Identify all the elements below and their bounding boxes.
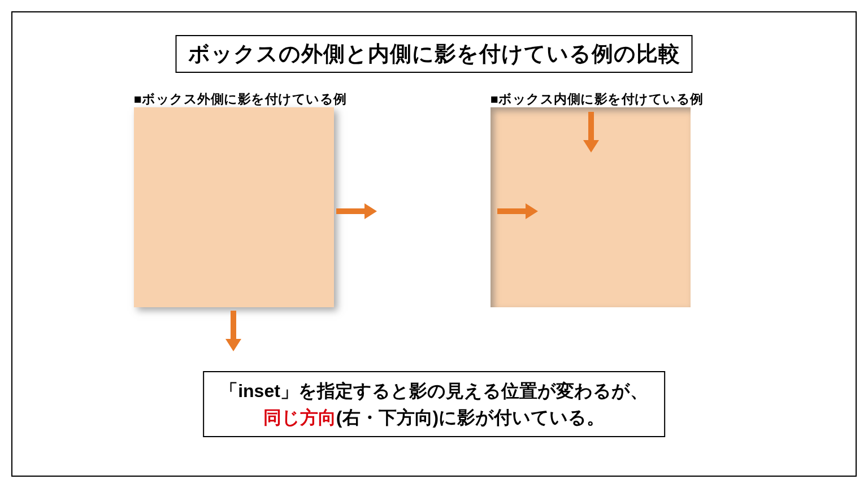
svg-marker-3 (225, 339, 241, 351)
footer-note: 「inset」を指定すると影の見える位置が変わるが、 同じ方向(右・下方向)に影… (203, 371, 665, 437)
arrow-right-icon (336, 202, 377, 223)
arrow-down-icon (224, 311, 242, 354)
arrow-down-icon (582, 112, 600, 155)
footer-line1: 「inset」を指定すると影の見える位置が変わるが、 (220, 381, 648, 401)
svg-marker-7 (526, 203, 538, 219)
svg-marker-5 (583, 140, 599, 152)
page-title: ボックスの外側と内側に影を付けている例の比較 (176, 35, 693, 73)
svg-marker-1 (364, 203, 377, 219)
inner-example-caption: ■ボックス内側に影を付けている例 (491, 90, 704, 108)
arrow-right-icon (497, 202, 538, 223)
footer-emphasis: 同じ方向 (263, 407, 336, 428)
diagram-stage: ボックスの外側と内側に影を付けている例の比較 ■ボックス外側に影を付けている例 … (0, 0, 868, 488)
footer-line2-tail: (右・下方向)に影が付いている。 (336, 407, 605, 428)
outer-shadow-box (134, 107, 334, 307)
outer-example-caption: ■ボックス外側に影を付けている例 (134, 90, 347, 108)
